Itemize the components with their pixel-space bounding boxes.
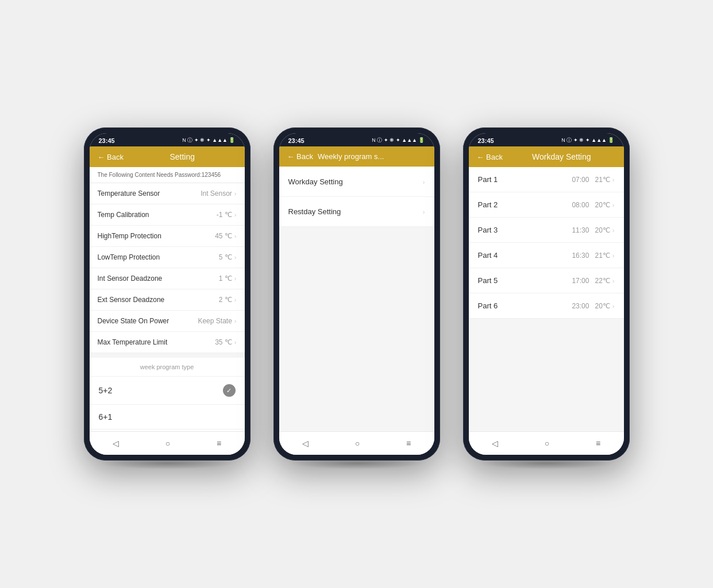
part-item[interactable]: Part 5 17:00 22℃ › xyxy=(469,268,624,293)
part-item[interactable]: Part 4 16:30 21℃ › xyxy=(469,243,624,268)
nav-bar-2: ◁ ○ ≡ xyxy=(279,431,434,455)
chevron-icon: › xyxy=(423,179,425,185)
setting-label: Temp Calibration xyxy=(98,211,149,219)
part-item[interactable]: Part 6 23:00 20℃ › xyxy=(469,293,624,319)
setting-item[interactable]: Max Temperature Limit 35 ℃ › xyxy=(90,332,245,353)
part-item[interactable]: Part 3 11:30 20℃ › xyxy=(469,218,624,243)
nav-home-1[interactable]: ○ xyxy=(159,436,177,450)
status-icons-2: N ⓘ ✦ ❋ ✦ ▲▲▲ 🔋 xyxy=(372,137,425,144)
setting-label: Max Temperature Limit xyxy=(98,338,168,346)
nav-bar-3: ◁ ○ ≡ xyxy=(469,431,624,455)
app-bar-1: ← Back Setting xyxy=(90,146,245,167)
setting-value: 45 ℃ › xyxy=(215,232,236,240)
nav-menu-2[interactable]: ≡ xyxy=(399,436,418,450)
setting-value: 2 ℃ › xyxy=(219,296,237,304)
nav-bar-1: ◁ ○ ≡ xyxy=(90,431,245,455)
menu-list: Workday Setting › Restday Setting › xyxy=(279,167,434,227)
app-bar-2: ← Back Weekly program s... xyxy=(279,146,434,167)
content-1: The Following Content Needs Password:123… xyxy=(90,167,245,431)
status-time-1: 23:45 xyxy=(99,137,115,144)
part-label: Part 5 xyxy=(478,276,498,285)
chevron-icon: › xyxy=(612,176,615,183)
menu-item[interactable]: Workday Setting › xyxy=(279,167,434,197)
part-value: 11:30 20℃ › xyxy=(572,226,614,234)
setting-label: Ext Sensor Deadzone xyxy=(98,296,165,304)
nav-home-2[interactable]: ○ xyxy=(348,436,367,450)
check-icon: ✓ xyxy=(223,384,236,397)
part-value: 17:00 22℃ › xyxy=(572,277,614,285)
setting-value: Keep State › xyxy=(198,317,236,325)
phone-2: 23:45 N ⓘ ✦ ❋ ✦ ▲▲▲ 🔋 ← Back Weekly prog… xyxy=(273,127,440,461)
setting-item[interactable]: Int Sensor Deadzone 1 ℃ › xyxy=(90,268,245,289)
part-label: Part 4 xyxy=(478,251,498,260)
part-label: Part 3 xyxy=(478,226,498,234)
week-section: week program type 5+2 ✓ 6+1 7 days Gotow… xyxy=(90,358,245,431)
menu-item[interactable]: Restday Setting › xyxy=(279,197,434,227)
back-button-1[interactable]: ← Back xyxy=(98,153,124,161)
setting-value: -1 ℃ › xyxy=(217,211,237,219)
chevron-icon: › xyxy=(234,254,237,261)
nav-back-1[interactable]: ◁ xyxy=(106,436,126,450)
part-value: 08:00 20℃ › xyxy=(572,201,614,209)
week-option-label: 6+1 xyxy=(99,412,113,421)
part-value: 16:30 21℃ › xyxy=(572,252,614,260)
week-options: 5+2 ✓ 6+1 7 days xyxy=(90,377,245,431)
setting-item[interactable]: Device State On Power Keep State › xyxy=(90,311,245,332)
chevron-icon: › xyxy=(612,202,615,208)
setting-item[interactable]: Ext Sensor Deadzone 2 ℃ › xyxy=(90,289,245,311)
setting-value: 5 ℃ › xyxy=(219,253,237,261)
chevron-icon: › xyxy=(234,275,237,282)
setting-value: Int Sensor › xyxy=(201,189,236,198)
status-icons-3: N ⓘ ✦ ❋ ✦ ▲▲▲ 🔋 xyxy=(561,137,614,144)
part-list: Part 1 07:00 21℃ › Part 2 08:00 20℃ › Pa… xyxy=(469,167,624,319)
chevron-icon: › xyxy=(423,208,425,215)
setting-label: HighTemp Protection xyxy=(98,232,161,240)
status-time-3: 23:45 xyxy=(478,137,494,144)
setting-label: Int Sensor Deadzone xyxy=(98,274,163,283)
nav-menu-1[interactable]: ≡ xyxy=(210,436,228,450)
part-item[interactable]: Part 2 08:00 20℃ › xyxy=(469,192,624,218)
week-option-label: 5+2 xyxy=(99,386,113,395)
part-label: Part 1 xyxy=(478,175,498,184)
status-bar-2: 23:45 N ⓘ ✦ ❋ ✦ ▲▲▲ 🔋 xyxy=(279,133,434,146)
setting-item[interactable]: Temperature Sensor Int Sensor › xyxy=(90,183,245,204)
nav-back-2[interactable]: ◁ xyxy=(295,436,315,450)
settings-list: Temperature Sensor Int Sensor › Temp Cal… xyxy=(90,183,245,353)
week-option[interactable]: 6+1 xyxy=(90,405,245,430)
part-item[interactable]: Part 1 07:00 21℃ › xyxy=(469,167,624,192)
nav-home-3[interactable]: ○ xyxy=(538,436,556,450)
menu-item-label: Workday Setting xyxy=(288,177,343,186)
back-button-3[interactable]: ← Back xyxy=(477,153,503,161)
phone-1: 23:45 N ⓘ ✦ ❋ ✦ ▲▲▲ 🔋 ← Back Setting The… xyxy=(84,127,250,461)
setting-item[interactable]: HighTemp Protection 45 ℃ › xyxy=(90,226,245,247)
nav-menu-3[interactable]: ≡ xyxy=(589,436,607,450)
setting-value: 1 ℃ › xyxy=(219,274,237,283)
content-3: Part 1 07:00 21℃ › Part 2 08:00 20℃ › Pa… xyxy=(469,167,624,431)
setting-item[interactable]: LowTemp Protection 5 ℃ › xyxy=(90,247,245,268)
part-label: Part 2 xyxy=(478,200,498,209)
setting-label: Temperature Sensor xyxy=(98,189,160,198)
status-icons-1: N ⓘ ✦ ❋ ✦ ▲▲▲ 🔋 xyxy=(182,137,235,144)
part-label: Part 6 xyxy=(478,301,498,310)
nav-back-3[interactable]: ◁ xyxy=(485,436,505,450)
app-bar-title-1: Setting xyxy=(128,152,236,161)
back-button-2[interactable]: ← Back xyxy=(287,152,314,161)
app-bar-3: ← Back Workday Setting xyxy=(469,146,624,167)
chevron-icon: › xyxy=(234,190,237,197)
status-bar-3: 23:45 N ⓘ ✦ ❋ ✦ ▲▲▲ 🔋 xyxy=(469,133,624,146)
password-notice: The Following Content Needs Password:123… xyxy=(90,167,245,183)
setting-item[interactable]: Temp Calibration -1 ℃ › xyxy=(90,204,245,226)
week-option[interactable]: 5+2 ✓ xyxy=(90,377,245,405)
chevron-icon: › xyxy=(612,227,615,234)
status-bar-1: 23:45 N ⓘ ✦ ❋ ✦ ▲▲▲ 🔋 xyxy=(90,133,245,146)
chevron-icon: › xyxy=(234,233,237,239)
chevron-icon: › xyxy=(234,339,237,346)
chevron-icon: › xyxy=(612,252,615,259)
chevron-icon: › xyxy=(234,211,237,218)
part-value: 07:00 21℃ › xyxy=(572,176,614,184)
week-type-label: week program type xyxy=(90,358,245,377)
menu-item-label: Restday Setting xyxy=(288,207,341,216)
app-bar-title-3: Workday Setting xyxy=(507,152,615,161)
chevron-icon: › xyxy=(234,318,237,324)
chevron-icon: › xyxy=(234,296,237,303)
